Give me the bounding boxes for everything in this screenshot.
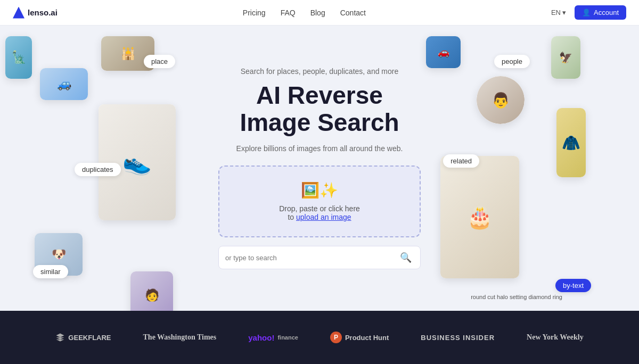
language-button[interactable]: EN ▾ [551, 9, 566, 16]
hero-panel: Search for places, people, duplicates, a… [218, 67, 421, 269]
float-card-cake: 🎂 [440, 156, 519, 278]
label-people: people [494, 55, 530, 68]
footer-brand-yahoo: yahoo! finance [248, 333, 298, 342]
nav-contact[interactable]: Contact [340, 9, 366, 17]
label-duplicates: duplicates [75, 163, 121, 176]
float-card-shoes: 👟 [99, 104, 176, 220]
image-truck: 🚙 [40, 68, 88, 100]
logo[interactable]: lenso.ai [13, 7, 58, 19]
upload-text: Drop, paste or click here to upload an i… [230, 204, 409, 221]
footer-brand-nyweekly: New York Weekly [527, 333, 584, 342]
float-card-statue: 🗽 [5, 36, 32, 79]
float-card-car: 🚗 [426, 36, 461, 68]
label-text-search: round cut halo setting diamond ring [463, 291, 570, 304]
footer-brand-producthunt: P Product Hunt [330, 332, 389, 343]
label-similar: similar [33, 265, 68, 278]
user-icon: 👤 [582, 9, 591, 16]
nav-pricing[interactable]: Pricing [243, 9, 266, 17]
geekflare-icon [55, 333, 65, 342]
header-right: EN ▾ 👤 Account [551, 5, 626, 20]
search-bar: 🔍 [218, 246, 421, 269]
upload-link[interactable]: upload an image [296, 213, 351, 221]
search-input[interactable] [225, 254, 398, 262]
label-related: related [443, 154, 479, 168]
float-card-bird: 🦅 [551, 36, 580, 79]
logo-text: lenso.ai [28, 8, 58, 17]
float-card-woman: 🧥 [556, 108, 586, 177]
header: lenso.ai Pricing FAQ Blog Contact EN ▾ 👤… [0, 0, 639, 26]
image-car: 🚗 [426, 36, 461, 68]
producthunt-icon: P [330, 332, 342, 343]
nav-blog[interactable]: Blog [310, 9, 325, 17]
upload-icon: 🖼️✨ [230, 181, 409, 199]
image-woman: 🧥 [556, 108, 586, 177]
footer-brand-washtimes: The Washington Times [143, 333, 217, 342]
footer: GEEKFLARE The Washington Times yahoo! fi… [0, 311, 639, 364]
account-button[interactable]: 👤 Account [575, 5, 626, 20]
nav-faq[interactable]: FAQ [281, 9, 296, 17]
footer-brand-businessinsider: BUSINESS INSIDER [421, 334, 495, 342]
image-man: 👨 [477, 76, 525, 124]
footer-brand-geekflare: GEEKFLARE [55, 333, 111, 342]
image-statue: 🗽 [5, 36, 32, 79]
chevron-down-icon: ▾ [562, 9, 566, 16]
image-shoes: 👟 [99, 104, 176, 220]
label-place: place [144, 55, 175, 68]
float-card-man: 👨 [477, 76, 525, 124]
float-card-truck: 🚙 [40, 68, 88, 100]
upload-dropzone[interactable]: 🖼️✨ Drop, paste or click here to upload … [218, 166, 421, 237]
hero-title: AI Reverse Image Search [218, 82, 421, 136]
hero-subtitle: Search for places, people, duplicates, a… [218, 67, 421, 76]
image-cake: 🎂 [440, 156, 519, 278]
search-button[interactable]: 🔍 [398, 250, 414, 266]
logo-icon [13, 7, 24, 19]
image-bird: 🦅 [551, 36, 580, 79]
hero-description: Explore billions of images from all arou… [218, 144, 421, 153]
main-content: Search for places, people, duplicates, a… [0, 26, 639, 311]
main-nav: Pricing FAQ Blog Contact [243, 9, 366, 17]
